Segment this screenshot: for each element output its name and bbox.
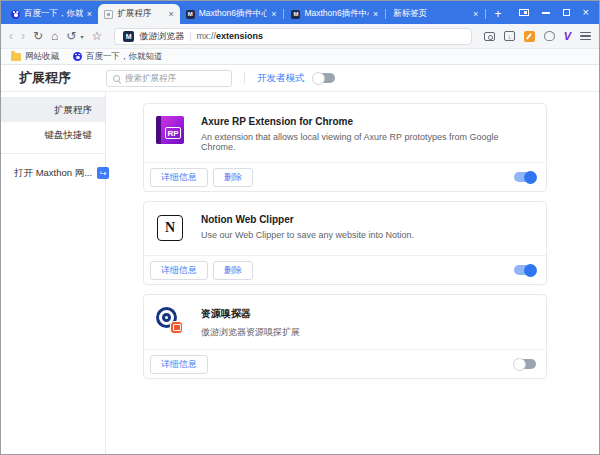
card-body: 资源嗅探器 傲游浏览器资源嗅探扩展 bbox=[144, 295, 546, 349]
browser-name-label: 傲游浏览器 bbox=[139, 30, 184, 43]
sidebar: 扩展程序 键盘快捷键 打开 Maxthon 网... ↪ bbox=[1, 92, 106, 454]
undo-dropdown-caret-icon[interactable]: ▾ bbox=[80, 33, 83, 40]
extension-enabled-toggle[interactable] bbox=[514, 265, 536, 275]
page-body: 扩展程序 键盘快捷键 打开 Maxthon 网... ↪ RP Axure RP… bbox=[1, 92, 599, 454]
extensions-favicon bbox=[104, 10, 113, 19]
header-divider bbox=[244, 72, 245, 84]
extension-card-notion: N Notion Web Clipper Use our Web Clipper… bbox=[143, 201, 547, 285]
menu-icon[interactable] bbox=[580, 32, 591, 41]
tab-close-icon[interactable]: × bbox=[473, 9, 478, 19]
card-footer: 详细信息 bbox=[144, 349, 546, 378]
toggle-thumb bbox=[524, 171, 537, 184]
developer-mode-label: 开发者模式 bbox=[257, 72, 305, 85]
tab-title: 新标签页 bbox=[393, 8, 469, 20]
extension-info: Axure RP Extension for Chrome An extensi… bbox=[201, 116, 534, 152]
extensions-list: RP Axure RP Extension for Chrome An exte… bbox=[106, 92, 599, 454]
back-icon[interactable]: ‹ bbox=[9, 30, 13, 42]
vbox-icon[interactable]: V bbox=[564, 31, 571, 42]
remove-button[interactable]: 删除 bbox=[213, 261, 253, 280]
maximize-icon[interactable] bbox=[563, 9, 570, 16]
extension-card-axure: RP Axure RP Extension for Chrome An exte… bbox=[143, 103, 547, 192]
card-body: RP Axure RP Extension for Chrome An exte… bbox=[144, 104, 546, 162]
bookmark-folder[interactable]: 网站收藏 bbox=[11, 51, 59, 63]
developer-mode-toggle[interactable] bbox=[313, 73, 335, 83]
baidu-favicon bbox=[73, 52, 82, 61]
tab-close-icon[interactable]: × bbox=[87, 9, 92, 19]
url-text: mx://extensions bbox=[197, 31, 264, 41]
sidebar-divider bbox=[1, 153, 105, 154]
extension-info: Notion Web Clipper Use our Web Clipper t… bbox=[201, 214, 414, 245]
forward-icon[interactable]: › bbox=[21, 30, 25, 42]
sidebar-item-extensions[interactable]: 扩展程序 bbox=[1, 97, 105, 122]
search-input[interactable] bbox=[125, 73, 225, 83]
screenshot-icon[interactable] bbox=[484, 32, 495, 41]
toggle-thumb bbox=[513, 358, 526, 371]
tab-maxthon-store-1[interactable]: M Maxthon6插件中心 × bbox=[180, 4, 283, 24]
sniffer-core bbox=[162, 313, 171, 322]
axure-rp-icon: RP bbox=[156, 116, 184, 144]
extension-description: Use our Web Clipper to save any website … bbox=[201, 230, 414, 240]
page-title: 扩展程序 bbox=[19, 69, 106, 87]
favorite-star-icon[interactable]: ☆ bbox=[91, 30, 102, 42]
downloads-icon[interactable]: ↓ bbox=[504, 31, 515, 41]
extension-enabled-toggle[interactable] bbox=[514, 359, 536, 369]
extensions-search-box[interactable] bbox=[106, 70, 232, 87]
folder-icon bbox=[11, 53, 21, 61]
url-scheme: mx:// bbox=[197, 31, 217, 41]
tab-maxthon-store-2[interactable]: M Maxthon6插件中心 × bbox=[285, 4, 384, 24]
split-screen-icon[interactable] bbox=[519, 9, 529, 16]
card-body: N Notion Web Clipper Use our Web Clipper… bbox=[144, 202, 546, 255]
extension-description: An extension that allows local viewing o… bbox=[201, 132, 534, 152]
sidebar-item-keyboard-shortcuts[interactable]: 键盘快捷键 bbox=[1, 122, 105, 147]
extension-name: 资源嗅探器 bbox=[201, 307, 300, 321]
bookmark-baidu[interactable]: 百度一下，你就知道 bbox=[73, 51, 163, 63]
details-button[interactable]: 详细信息 bbox=[150, 261, 208, 280]
extension-description: 傲游浏览器资源嗅探扩展 bbox=[201, 326, 300, 339]
minimize-icon[interactable] bbox=[542, 12, 550, 14]
details-button[interactable]: 详细信息 bbox=[150, 355, 208, 374]
tab-separator bbox=[485, 9, 486, 19]
tab-separator bbox=[283, 9, 284, 19]
reload-icon[interactable]: ↻ bbox=[33, 30, 43, 42]
window-controls: × bbox=[509, 1, 599, 24]
extension-card-resource-sniffer: 资源嗅探器 傲游浏览器资源嗅探扩展 详细信息 bbox=[143, 294, 547, 379]
tab-new-tab-page[interactable]: 新标签页 × bbox=[387, 4, 484, 24]
maxthon-favicon: M bbox=[186, 10, 195, 19]
address-bar[interactable]: M 傲游浏览器 | mx://extensions bbox=[114, 28, 472, 45]
url-host: extensions bbox=[216, 31, 263, 41]
maxthon-favicon: M bbox=[123, 31, 134, 42]
axure-rp-icon-text: RP bbox=[165, 127, 181, 139]
maxthon-favicon: M bbox=[291, 10, 300, 19]
bookmark-label: 百度一下，你就知道 bbox=[86, 51, 163, 63]
extension-enabled-toggle[interactable] bbox=[514, 172, 536, 182]
home-icon[interactable]: ⌂ bbox=[51, 30, 58, 42]
open-maxthon-store-link[interactable]: 打开 Maxthon 网... ↪ bbox=[1, 160, 105, 186]
extensions-page-header: 扩展程序 开发者模式 bbox=[1, 65, 599, 92]
remove-button[interactable]: 删除 bbox=[213, 168, 253, 187]
address-separator: | bbox=[189, 31, 191, 41]
bookmarks-bar: 网站收藏 百度一下，你就知道 bbox=[1, 48, 599, 65]
tab-close-icon[interactable]: × bbox=[373, 9, 378, 19]
tab-close-icon[interactable]: × bbox=[168, 9, 173, 19]
toggle-thumb bbox=[524, 264, 537, 277]
window-close-icon[interactable]: × bbox=[583, 7, 589, 18]
card-footer: 详细信息 删除 bbox=[144, 255, 546, 284]
tab-close-icon[interactable]: × bbox=[271, 9, 276, 19]
toolbar-right-icons: ↓ V bbox=[484, 31, 591, 42]
notion-icon: N bbox=[157, 215, 183, 241]
ghost-icon[interactable] bbox=[544, 31, 555, 41]
tab-baidu[interactable]: 百度一下，你就知道 × bbox=[5, 4, 98, 24]
card-footer: 详细信息 删除 bbox=[144, 162, 546, 191]
open-store-label: 打开 Maxthon 网... bbox=[14, 167, 92, 180]
tab-extensions[interactable]: 扩展程序 × bbox=[98, 4, 180, 24]
undo-closed-tab-icon[interactable]: ↺ bbox=[66, 30, 76, 42]
baidu-favicon bbox=[11, 10, 20, 19]
tab-title: Maxthon6插件中心 bbox=[304, 8, 369, 20]
extension-name: Notion Web Clipper bbox=[201, 214, 414, 225]
maxnote-icon[interactable] bbox=[524, 31, 535, 42]
tab-separator bbox=[385, 9, 386, 19]
toggle-thumb bbox=[312, 72, 325, 85]
details-button[interactable]: 详细信息 bbox=[150, 168, 208, 187]
sniffer-badge-icon bbox=[170, 321, 183, 334]
new-tab-button[interactable]: + bbox=[487, 4, 508, 24]
